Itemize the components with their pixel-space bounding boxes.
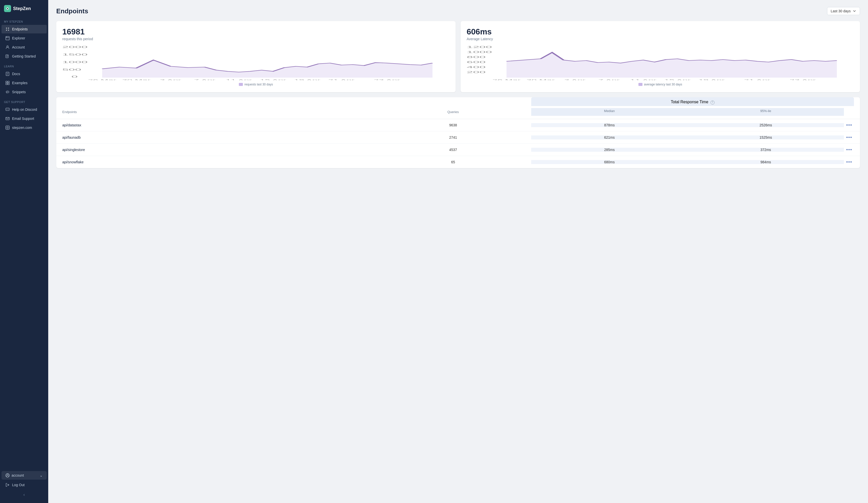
dot-1 — [846, 124, 848, 126]
svg-text:7 Apr: 7 Apr — [194, 79, 216, 80]
svg-text:26 Mar: 26 Mar — [88, 79, 116, 80]
latency-label: Average Latency — [467, 37, 854, 41]
row-more-button[interactable] — [844, 124, 854, 126]
svg-text:19 Apr: 19 Apr — [294, 79, 320, 80]
sidebar-item-email[interactable]: Email Support — [1, 114, 47, 123]
chevron-down-icon: ⌄ — [40, 473, 43, 478]
svg-rect-9 — [6, 83, 7, 85]
dot-3 — [850, 161, 852, 163]
cell-endpoint: api/faunadb — [62, 135, 375, 140]
app-name: StepZen — [13, 6, 31, 11]
sidebar-item-website[interactable]: stepzen.com — [1, 123, 47, 132]
dot-2 — [848, 149, 850, 150]
latency-svg: 1200 1000 800 600 400 200 26 Mar 30 Mar … — [467, 45, 854, 80]
dot-3 — [850, 149, 852, 150]
dot-1 — [846, 149, 848, 150]
svg-text:21 Apr: 21 Apr — [744, 79, 770, 80]
latency-legend-box — [639, 83, 642, 86]
account-name: account — [12, 473, 24, 478]
logout-label: Log Out — [12, 483, 24, 487]
row-more-button[interactable] — [844, 161, 854, 163]
logout-icon — [6, 483, 10, 487]
account-dropdown-button[interactable]: account ⌄ — [1, 471, 47, 480]
svg-text:2000: 2000 — [62, 46, 87, 49]
svg-text:0: 0 — [71, 75, 78, 78]
user-circle-icon — [6, 473, 10, 478]
col-header-percentile: 95%-ile — [688, 108, 844, 116]
app-logo[interactable]: StepZen — [0, 0, 48, 16]
svg-rect-11 — [6, 108, 9, 111]
discord-icon — [6, 107, 10, 112]
getting-started-icon — [6, 54, 10, 58]
trt-help-icon[interactable]: ? — [711, 101, 714, 104]
svg-rect-14 — [6, 117, 9, 120]
sidebar-item-logout[interactable]: Log Out — [1, 481, 47, 489]
account-nav-label: Account — [12, 45, 25, 49]
email-label: Email Support — [12, 116, 34, 121]
requests-svg: 2000 1500 1000 500 0 26 Mar 30 Mar 3 Apr… — [62, 45, 450, 80]
snippets-label: Snippets — [12, 90, 25, 94]
col-header-median: Median — [531, 108, 688, 116]
endpoints-table-body: api/datastax 9638 878ms 2526ms api/fauna… — [56, 119, 860, 168]
dot-2 — [848, 161, 850, 163]
svg-rect-2 — [6, 38, 9, 38]
svg-text:800: 800 — [467, 56, 486, 59]
svg-rect-3 — [7, 37, 7, 38]
svg-text:500: 500 — [62, 68, 81, 71]
requests-legend: requests last 30 days — [62, 83, 450, 86]
sidebar-item-account[interactable]: Account — [1, 43, 47, 52]
sidebar-item-explorer[interactable]: Explorer — [1, 34, 47, 42]
dot-3 — [850, 124, 852, 126]
sidebar-item-snippets[interactable]: Snippets — [1, 88, 47, 96]
svg-rect-8 — [8, 81, 9, 83]
requests-number: 16981 — [62, 27, 450, 37]
cell-percentile: 1525ms — [688, 135, 844, 140]
dot-2 — [848, 137, 850, 138]
examples-icon — [6, 81, 10, 85]
svg-text:200: 200 — [467, 71, 486, 74]
chevron-down-icon — [853, 9, 856, 13]
metrics-cards: 16981 requests this period 2000 1500 100… — [56, 21, 860, 92]
endpoints-icon — [6, 27, 10, 31]
svg-text:19 Apr: 19 Apr — [699, 79, 725, 80]
snippets-icon — [6, 90, 10, 94]
svg-text:23 Apr: 23 Apr — [789, 79, 816, 80]
svg-text:1000: 1000 — [467, 51, 492, 53]
svg-text:1500: 1500 — [62, 53, 87, 56]
row-more-button[interactable] — [844, 149, 854, 150]
sidebar-item-examples[interactable]: Examples — [1, 79, 47, 87]
svg-text:15 Apr: 15 Apr — [260, 79, 286, 80]
cell-median: 621ms — [531, 135, 688, 140]
sidebar: StepZen My StepZen Endpoints Explorer Ac… — [0, 0, 48, 503]
svg-text:600: 600 — [467, 61, 486, 64]
latency-card: 606ms Average Latency 1200 1000 800 600 … — [461, 21, 860, 92]
sidebar-item-getting-started[interactable]: Getting Started — [1, 52, 47, 61]
sidebar-collapse-button[interactable]: ‹ — [0, 490, 48, 500]
dot-1 — [846, 137, 848, 138]
email-icon — [6, 116, 10, 121]
requests-legend-label: requests last 30 days — [244, 83, 273, 86]
website-label: stepzen.com — [12, 126, 32, 130]
collapse-icon: ‹ — [23, 492, 24, 497]
cell-percentile: 372ms — [688, 148, 844, 152]
requests-card: 16981 requests this period 2000 1500 100… — [56, 21, 456, 92]
svg-text:30 Mar: 30 Mar — [122, 79, 151, 80]
sidebar-item-docs[interactable]: Docs — [1, 70, 47, 78]
svg-text:400: 400 — [467, 66, 486, 69]
cell-median: 680ms — [531, 160, 688, 164]
svg-text:23 Apr: 23 Apr — [374, 79, 400, 80]
cell-queries: 4537 — [375, 148, 531, 152]
page-header: Endpoints Last 30 days — [56, 7, 860, 15]
page-title: Endpoints — [56, 7, 88, 15]
account-nav-icon — [6, 45, 10, 49]
dot-1 — [846, 161, 848, 163]
row-more-button[interactable] — [844, 137, 854, 138]
section-my-stepzen: My StepZen — [0, 16, 48, 24]
svg-text:1000: 1000 — [62, 61, 87, 64]
date-filter-dropdown[interactable]: Last 30 days — [827, 7, 860, 15]
sidebar-item-endpoints[interactable]: Endpoints — [1, 25, 47, 33]
table-row: api/singlestore 4537 285ms 372ms — [56, 144, 860, 156]
requests-label: requests this period — [62, 37, 450, 41]
sidebar-item-discord[interactable]: Help on Discord — [1, 105, 47, 114]
section-support: Get Support — [0, 96, 48, 105]
